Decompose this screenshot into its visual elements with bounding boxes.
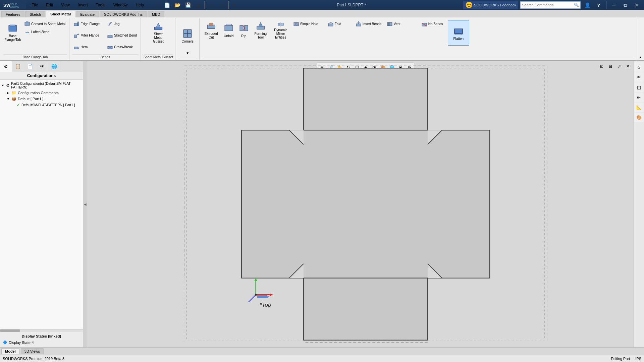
display-state-item[interactable]: 🔷 Display State-4 (3, 340, 80, 345)
user-button[interactable]: 👤 (583, 0, 592, 10)
tab-addins[interactable]: SOLIDWORKS Add-Ins (100, 11, 147, 17)
svg-rect-35 (328, 24, 333, 26)
rip-button[interactable]: Rip (237, 20, 251, 40)
sketched-bend-button[interactable]: Sketched Bend (106, 32, 139, 39)
cross-break-button[interactable]: Cross-Break (106, 43, 139, 51)
dynamic-mirror-button[interactable]: DynamicMirrorEntities (271, 20, 291, 40)
svg-rect-46 (454, 29, 463, 34)
gusset-group-label: Sheet Metal Gusset (144, 54, 173, 59)
lofted-bend-button[interactable]: Lofted-Bend (23, 28, 67, 36)
fold-button[interactable]: Fold (326, 20, 353, 27)
new-button[interactable]: 📄 (162, 0, 172, 10)
menu-window[interactable]: Window (111, 2, 130, 8)
right-view-button[interactable]: 👁 (634, 72, 644, 82)
panel-tab-scenes[interactable]: 🌐 (48, 61, 60, 72)
select-button[interactable]: ↖ (230, 0, 239, 10)
miter-flange-button[interactable]: Miter Flange (72, 32, 105, 39)
flatten-button[interactable]: Flatten (448, 20, 469, 46)
panel-tab-display[interactable]: 👁 (36, 61, 48, 72)
save-button[interactable]: 💾 (183, 0, 193, 10)
cross-break-label: Cross-Break (114, 45, 133, 49)
home-button[interactable]: ⌂ (152, 0, 161, 10)
tree-comments-item[interactable]: ▶ 📁 Configuration Comments (1, 90, 82, 96)
right-section-button[interactable]: ◫ (634, 82, 644, 92)
hem-button[interactable]: Hem (72, 43, 105, 51)
svg-rect-67 (241, 130, 490, 278)
right-appearance-button[interactable]: 🎨 (634, 113, 644, 122)
tab-sketch[interactable]: Sketch (25, 11, 45, 17)
sheet-metal-gusset-button[interactable]: SheetMetalGusset (149, 20, 168, 44)
simple-hole-label: Simple Hole (300, 22, 318, 26)
menu-tools[interactable]: Tools (93, 2, 108, 8)
minimize-button[interactable]: ─ (609, 0, 619, 10)
svg-rect-13 (74, 47, 77, 49)
scrollbar-thumb[interactable] (0, 329, 20, 332)
vent-button[interactable]: Vent (385, 20, 419, 27)
convert-sheet-metal-button[interactable]: Convert to Sheet Metal (23, 20, 67, 27)
corners-dropdown[interactable]: ▼ (178, 50, 197, 56)
menu-file[interactable]: File (29, 2, 41, 8)
tree-flat-pattern-item[interactable]: ✓ DefaultSM-FLAT-PATTERN [ Part1 ] (1, 102, 82, 108)
restore-button[interactable]: ⧉ (621, 0, 630, 10)
panel-collapse-handle[interactable]: ◀ (83, 61, 87, 347)
base-flange-label: BaseFlange/Tab (4, 34, 21, 42)
menu-help[interactable]: Help (133, 2, 147, 8)
close-button[interactable]: ✕ (632, 0, 641, 10)
search-bar[interactable]: 🔍 (520, 1, 581, 9)
tab-evaluate[interactable]: Evaluate (76, 11, 99, 17)
menu-insert[interactable]: Insert (75, 2, 91, 8)
no-bends-button[interactable]: No Bends (420, 20, 447, 27)
right-home-button[interactable]: ⌂ (634, 62, 644, 72)
ribbon-collapse[interactable]: ▲ (638, 18, 643, 60)
svg-marker-29 (259, 22, 262, 26)
insert-bends-button[interactable]: Insert Bends (354, 20, 384, 27)
tab-features[interactable]: Features (1, 11, 24, 17)
panel-tabs: ⚙ 📋 📄 👁 🌐 (0, 61, 83, 72)
tab-model[interactable]: Model (1, 348, 19, 354)
statusbar: SOLIDWORKS Premium 2019 Beta 3 Editing P… (0, 355, 644, 362)
panel-tab-configs[interactable]: ⚙ (0, 61, 12, 72)
tab-sheet-metal[interactable]: Sheet Metal (46, 11, 75, 17)
menu-edit[interactable]: Edit (43, 2, 56, 8)
panel-title: Configurations (0, 72, 83, 80)
tab-mbd[interactable]: MBD (148, 11, 164, 17)
comments-label: Configuration Comments (18, 91, 82, 95)
forming-tool-button[interactable]: FormingTool (252, 20, 270, 40)
print-button[interactable]: 🖨 (194, 0, 203, 10)
help-button[interactable]: ? (594, 0, 603, 10)
jog-button[interactable]: Jog (106, 20, 139, 27)
edge-flange-button[interactable]: Edge Flange (72, 20, 105, 27)
flat-pattern-label: DefaultSM-FLAT-PATTERN [ Part1 ] (21, 103, 82, 107)
tree-default-item[interactable]: ▼ 📦 Default [ Part1 ] (1, 96, 82, 102)
undo-button[interactable]: ↩ (207, 0, 216, 10)
extruded-cut-button[interactable]: ExtrudedCut (202, 20, 220, 40)
redo-button[interactable]: ↪ (217, 0, 226, 10)
svg-rect-36 (356, 24, 361, 26)
svg-rect-11 (108, 36, 112, 38)
collapse-ribbon-button[interactable]: ▲ (639, 55, 642, 59)
simple-hole-button[interactable]: Simple Hole (292, 20, 325, 27)
default-icon: 📦 (11, 97, 16, 101)
corners-button[interactable]: Corners (178, 22, 197, 49)
panel-tab-features[interactable]: 📋 (12, 61, 24, 72)
panel-tab-properties[interactable]: 📄 (24, 61, 36, 72)
open-button[interactable]: 📂 (173, 0, 182, 10)
right-dim-button[interactable]: ⇤ (634, 93, 644, 102)
titlebar: SW SOLID WORKS File Edit View Insert Too… (0, 0, 644, 10)
hem-label: Hem (80, 45, 88, 49)
panel-scrollbar[interactable] (0, 329, 83, 332)
svg-rect-65 (428, 278, 547, 347)
bottom-tabs: Model 3D Views (0, 347, 644, 355)
right-measure-button[interactable]: 📐 (634, 103, 644, 112)
status-editing: Editing Part (611, 357, 630, 361)
base-flange-tab-button[interactable]: BaseFlange/Tab (3, 20, 22, 44)
tree-root-item[interactable]: ▼ ⚙ Part1 Configuration(s) (DefaultSM-FL… (1, 81, 82, 90)
search-input[interactable] (522, 3, 573, 7)
rip-label: Rip (241, 34, 246, 38)
menu-view[interactable]: View (58, 2, 72, 8)
svg-rect-28 (257, 26, 265, 29)
svg-rect-7 (74, 23, 77, 26)
unfold-button[interactable]: Unfold (221, 20, 236, 40)
tab-3d-views[interactable]: 3D Views (21, 348, 44, 354)
svg-rect-66 (304, 68, 428, 130)
